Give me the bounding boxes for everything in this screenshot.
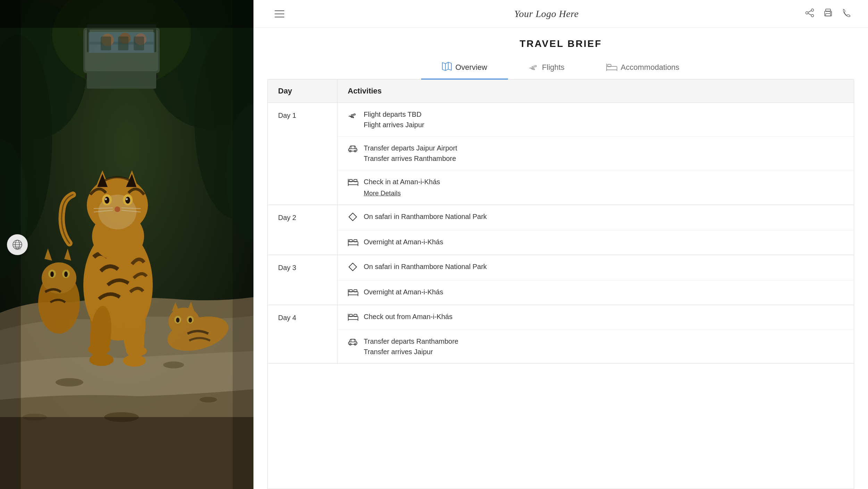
tabs: Overview Flights Accommodations	[267, 53, 854, 80]
bed-icon	[348, 237, 358, 248]
activity-line: Flight arrives Jaipur	[364, 120, 425, 130]
activity-item: Check out from Aman-i-Khás	[337, 305, 854, 330]
day-cell: Day 2	[268, 205, 337, 255]
car-icon	[348, 337, 358, 348]
activity-item: Check in at Aman-i-KhásMore Details	[337, 170, 854, 205]
activity-item: Flight departs TBDFlight arrives Jaipur	[337, 103, 854, 137]
activity-item: On safari in Ranthambore National Park	[337, 205, 854, 230]
col-day: Day	[268, 80, 337, 103]
bed-icon	[348, 177, 358, 188]
svg-rect-72	[0, 0, 253, 489]
day-cell: Day 1	[268, 103, 337, 205]
svg-point-86	[806, 11, 808, 14]
svg-line-136	[351, 339, 351, 342]
svg-point-93	[830, 12, 831, 13]
activity-text: Flight departs TBDFlight arrives Jaipur	[364, 109, 425, 130]
svg-line-137	[354, 339, 354, 342]
map-icon	[442, 62, 452, 73]
activity-line: Check in at Aman-i-Khás	[364, 177, 440, 187]
diamond-icon	[348, 212, 358, 224]
activity-text: On safari in Ranthambore National Park	[364, 261, 487, 272]
svg-marker-120	[349, 263, 357, 271]
tab-flights-label: Flights	[542, 63, 565, 72]
flight-icon	[529, 62, 539, 73]
page-title: TRAVEL BRIEF	[253, 28, 868, 53]
svg-rect-73	[0, 417, 253, 489]
activity-line: Transfer departs Jaipur Airport	[364, 143, 457, 153]
activity-line: Transfer departs Ranthambore	[364, 336, 459, 347]
bed-icon	[348, 312, 358, 323]
tab-flights[interactable]: Flights	[508, 56, 585, 80]
activity-text: Check out from Aman-i-Khás	[364, 311, 453, 322]
activity-text: Check in at Aman-i-KhásMore Details	[364, 177, 440, 198]
activities-cell: On safari in Ranthambore National Park O…	[337, 255, 854, 305]
activities-cell: Flight departs TBDFlight arrives Jaipur …	[337, 103, 854, 205]
activity-line: Flight departs TBD	[364, 109, 425, 120]
diamond-icon	[348, 262, 358, 274]
svg-line-88	[808, 10, 811, 12]
activities-cell: Check out from Aman-i-Khás Transfer depa…	[337, 305, 854, 363]
activity-item: Overnight at Aman-i-Khás	[337, 280, 854, 305]
day-cell: Day 4	[268, 305, 337, 363]
bed-icon-tab	[606, 62, 617, 73]
share-icon[interactable]	[805, 8, 815, 20]
col-activities: Activities	[337, 80, 854, 103]
activity-text: Overnight at Aman-i-Khás	[364, 287, 443, 297]
activity-text: Overnight at Aman-i-Khás	[364, 237, 443, 247]
tab-accommodations-label: Accommodations	[621, 63, 679, 72]
more-details-link[interactable]: More Details	[364, 188, 401, 198]
activity-text: Transfer departs RanthamboreTransfer arr…	[364, 336, 459, 357]
flight-icon	[348, 110, 358, 121]
activity-item: On safari in Ranthambore National Park	[337, 255, 854, 280]
svg-rect-76	[0, 0, 253, 28]
tab-overview[interactable]: Overview	[421, 56, 508, 80]
activity-line: Overnight at Aman-i-Khás	[364, 237, 443, 247]
svg-rect-102	[348, 149, 357, 151]
svg-rect-82	[15, 247, 21, 250]
header: Your Logo Here	[253, 0, 868, 28]
tab-overview-label: Overview	[455, 63, 487, 72]
table-row: Day 4 Check out from Aman-i-Khás Transfe…	[268, 305, 854, 363]
svg-marker-94	[442, 62, 451, 71]
activity-line: Check out from Aman-i-Khás	[364, 311, 453, 322]
print-icon[interactable]	[823, 8, 833, 20]
globe-button[interactable]	[7, 234, 28, 255]
svg-line-106	[354, 146, 354, 149]
menu-button[interactable]	[271, 5, 288, 23]
svg-rect-133	[348, 342, 357, 344]
activity-text: Transfer departs Jaipur AirportTransfer …	[364, 143, 457, 164]
activity-line: Overnight at Aman-i-Khás	[364, 287, 443, 297]
svg-rect-75	[233, 0, 253, 489]
day-cell: Day 3	[268, 255, 337, 305]
activity-line: Transfer arrives Ranthambore	[364, 153, 457, 164]
svg-line-105	[351, 146, 351, 149]
svg-point-87	[811, 14, 814, 17]
phone-icon[interactable]	[842, 8, 851, 20]
header-icons	[805, 8, 851, 20]
activities-table: Day Activities Day 1 Flight departs TBDF…	[267, 80, 854, 489]
table-row: Day 1 Flight departs TBDFlight arrives J…	[268, 103, 854, 205]
activities-cell: On safari in Ranthambore National Park O…	[337, 205, 854, 255]
car-icon	[348, 144, 358, 155]
activity-line: Transfer arrives Jaipur	[364, 347, 459, 357]
right-panel: Your Logo Here	[253, 0, 868, 489]
activity-item: Transfer departs RanthamboreTransfer arr…	[337, 330, 854, 363]
photo-panel	[0, 0, 253, 489]
activity-item: Overnight at Aman-i-Khás	[337, 230, 854, 255]
activity-item: Transfer departs Jaipur AirportTransfer …	[337, 137, 854, 170]
table-row: Day 2 On safari in Ranthambore National …	[268, 205, 854, 255]
svg-marker-113	[349, 213, 357, 221]
tab-accommodations[interactable]: Accommodations	[585, 56, 700, 80]
logo: Your Logo Here	[514, 8, 578, 19]
bed-icon	[348, 287, 358, 299]
table-row: Day 3 On safari in Ranthambore National …	[268, 255, 854, 305]
svg-point-85	[811, 9, 814, 11]
activity-line: On safari in Ranthambore National Park	[364, 211, 487, 222]
svg-rect-92	[826, 14, 831, 16]
svg-line-89	[808, 13, 811, 15]
activity-line: On safari in Ranthambore National Park	[364, 261, 487, 272]
activity-text: On safari in Ranthambore National Park	[364, 211, 487, 222]
